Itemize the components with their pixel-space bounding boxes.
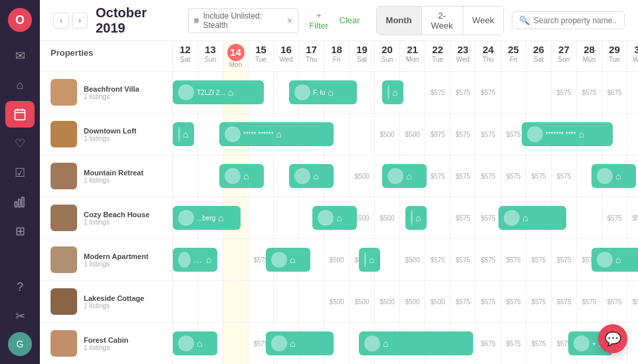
property-listings: 1 listings <box>84 302 144 310</box>
day-cell: $575 <box>451 114 476 155</box>
day-cell: $575 <box>476 72 501 113</box>
sidebar-item-heart[interactable]: ♡ <box>5 130 35 157</box>
booking-bar[interactable]: ⌂ <box>359 331 473 355</box>
day-number: 27 <box>558 44 570 56</box>
airbnb-icon: ⌂ <box>206 254 211 265</box>
calendar-day-headers: Properties 12Sat13Sun14Mon15Tue16Wed17Th… <box>40 41 638 72</box>
property-row: Beachfront Villa1 listings$575$575$575$5… <box>40 72 638 114</box>
filter-tag[interactable]: Include Unlisted: Stealth × <box>188 8 298 33</box>
clear-filter-button[interactable]: Clear <box>340 15 360 25</box>
price-label: $500 <box>329 298 344 306</box>
property-info: Cozy Beach House1 listings <box>40 197 173 238</box>
day-cell: $500 <box>375 114 400 155</box>
booking-bar[interactable]: ***** ******⌂ <box>219 122 334 146</box>
nav-arrows: ‹ › <box>53 13 88 29</box>
booking-bar[interactable]: ⌂ <box>266 248 310 272</box>
search-input[interactable] <box>534 16 617 25</box>
airbnb-icon: ⌂ <box>579 129 584 139</box>
booking-bar[interactable]: ⌂ <box>289 164 334 188</box>
property-name: Mountain Retreat <box>84 169 144 177</box>
day-name: Fri <box>510 56 518 63</box>
sidebar-item-grid[interactable]: ⊞ <box>5 218 35 244</box>
booking-bar[interactable]: ...berg⌂ <box>173 206 241 230</box>
booking-bar[interactable]: ⌂ <box>382 164 427 188</box>
calendar-body[interactable]: Beachfront Villa1 listings$575$575$575$5… <box>40 72 638 364</box>
day-header-30: 30Wed <box>627 41 638 71</box>
property-thumbnail <box>51 79 77 106</box>
property-info: Forest Cabin1 listings <box>40 323 173 364</box>
booking-bar[interactable]: ******* ****⌂ <box>522 122 613 146</box>
booking-bar[interactable]: ⌂ <box>405 206 427 230</box>
property-name: Modern Apartment <box>84 252 148 260</box>
booking-bar[interactable]: ⌂ <box>591 248 638 272</box>
day-number: 26 <box>533 44 544 56</box>
price-label: $675 <box>607 89 621 96</box>
booking-bar[interactable]: ⌂ <box>382 80 403 104</box>
user-avatar[interactable]: G <box>8 332 32 356</box>
property-details: Beachfront Villa1 listings <box>84 85 140 100</box>
next-month-button[interactable]: › <box>72 13 88 29</box>
day-cell <box>274 197 299 238</box>
price-label: $575 <box>607 298 621 306</box>
booking-bar[interactable]: F, lu⌂ <box>289 80 357 104</box>
day-header-16: 16Wed <box>274 41 299 71</box>
days-header: 12Sat13Sun14Mon15Tue16Wed17Thu18Fri19Sat… <box>173 41 638 71</box>
prev-month-button[interactable]: ‹ <box>53 13 69 29</box>
booking-avatar <box>178 335 194 351</box>
day-number: 25 <box>508 44 519 56</box>
view-2week-button[interactable]: 2-Week <box>422 7 463 35</box>
search-box: 🔍 <box>512 11 625 29</box>
booking-bar[interactable]: ...on⌂ <box>173 248 217 272</box>
booking-bar[interactable]: ⌂ <box>498 206 566 230</box>
price-label: $575 <box>430 89 445 96</box>
filter-tag-close[interactable]: × <box>287 15 292 26</box>
day-number: 29 <box>609 44 620 56</box>
booking-avatar <box>387 168 403 184</box>
sidebar-item-calendar[interactable] <box>5 101 35 128</box>
airbnb-icon: ⌂ <box>336 213 342 223</box>
chat-bubble[interactable]: 💬 <box>598 324 627 353</box>
sidebar-item-mail[interactable]: ✉ <box>5 43 35 69</box>
app-logo[interactable]: O <box>8 8 32 32</box>
sidebar-item-tools[interactable]: ✂ <box>5 303 35 329</box>
price-label: $500 <box>354 215 369 222</box>
property-name: Forest Cabin <box>84 336 128 344</box>
day-number: 19 <box>356 44 368 56</box>
day-number: 13 <box>205 44 216 56</box>
airbnb-icon: ⌂ <box>228 87 233 98</box>
day-header-24: 24Thu <box>476 41 501 71</box>
booking-bar[interactable]: ⌂ <box>359 248 380 272</box>
booking-bar[interactable]: T2LZI 2...⌂ <box>173 80 264 104</box>
day-cell: $500 <box>324 239 350 280</box>
booking-bar[interactable]: ⌂ <box>219 164 264 188</box>
svg-rect-0 <box>15 110 25 120</box>
booking-avatar <box>294 168 310 184</box>
day-header-21: 21Mon <box>400 41 425 71</box>
day-number: 23 <box>457 44 469 56</box>
property-info: Beachfront Villa1 listings <box>40 72 173 113</box>
booking-bar[interactable]: ⌂ <box>591 164 636 188</box>
day-cell: $575 <box>451 197 476 238</box>
booking-name: ***** ****** <box>243 131 274 138</box>
booking-bar[interactable]: ⌂ <box>173 122 194 146</box>
add-filter-button[interactable]: + Filter <box>306 11 332 31</box>
day-cell: $575 <box>526 281 552 322</box>
booking-bar[interactable]: ⌂ <box>173 331 217 355</box>
booking-name: ******* **** <box>546 131 576 138</box>
view-month-button[interactable]: Month <box>377 7 422 35</box>
sidebar-item-help[interactable]: ? <box>5 274 35 300</box>
booking-bar[interactable]: ⌂ <box>312 206 357 230</box>
sidebar-item-home[interactable]: ⌂ <box>5 72 35 98</box>
price-label: $575 <box>455 131 470 138</box>
sidebar-item-checklist[interactable]: ☑ <box>5 159 35 186</box>
sidebar-item-analytics[interactable] <box>5 189 35 215</box>
property-info: Downtown Loft1 listings <box>40 114 173 155</box>
property-listings: 1 listings <box>84 344 128 351</box>
property-row: Downtown Loft1 listings$500$500$875$575$… <box>40 114 638 155</box>
view-week-button[interactable]: Week <box>463 7 504 35</box>
day-number: 24 <box>482 44 494 56</box>
month-title: October 2019 <box>96 5 175 36</box>
booking-bar[interactable]: ⌂ <box>266 331 334 355</box>
day-cell: $575 <box>526 155 552 197</box>
price-label: $575 <box>531 173 546 180</box>
